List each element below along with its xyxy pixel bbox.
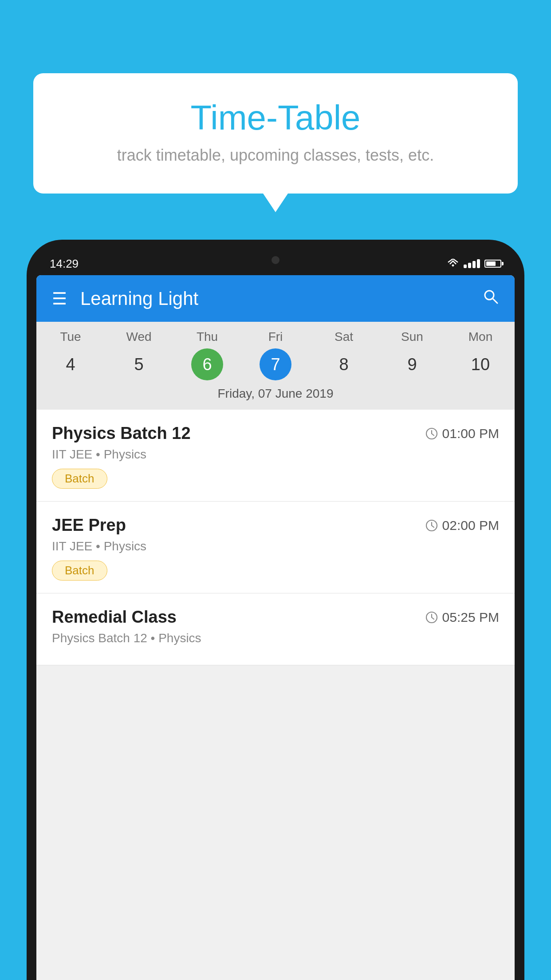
battery-icon: [484, 260, 501, 268]
day-4[interactable]: 4: [36, 348, 105, 380]
search-icon[interactable]: [482, 288, 499, 309]
schedule-item-3-time: 05:25 PM: [425, 610, 499, 625]
day-8[interactable]: 8: [310, 348, 378, 380]
selected-date-label: Friday, 07 June 2019: [36, 387, 515, 405]
status-icons: [447, 259, 501, 269]
day-10[interactable]: 10: [446, 348, 515, 380]
day-7-selected[interactable]: 7: [260, 348, 291, 380]
schedule-item-2-badge: Batch: [52, 561, 107, 581]
status-bar: 14:29: [36, 252, 515, 275]
schedule-item-1-time: 01:00 PM: [425, 426, 499, 441]
schedule-item-1-subtitle: IIT JEE • Physics: [52, 447, 499, 462]
day-header-sun: Sun: [378, 330, 446, 344]
clock-icon-3: [425, 611, 438, 624]
day-header-thu: Thu: [173, 330, 241, 344]
calendar-strip: Tue Wed Thu Fri Sat Sun Mon 4 5 6 7 8 9 …: [36, 322, 515, 410]
svg-line-4: [432, 434, 434, 435]
schedule-item-1-title: Physics Batch 12: [52, 424, 191, 443]
schedule-item-1-badge: Batch: [52, 469, 107, 489]
phone-mockup: 14:29: [27, 240, 524, 980]
camera-dot: [272, 256, 279, 264]
schedule-item-2-time: 02:00 PM: [425, 518, 499, 533]
hamburger-icon[interactable]: ☰: [52, 290, 67, 307]
phone-screen: ☰ Learning Light Tue Wed Thu Fri Sat: [36, 275, 515, 980]
day-9[interactable]: 9: [378, 348, 446, 380]
schedule-item-2-subtitle: IIT JEE • Physics: [52, 539, 499, 553]
wifi-icon: [447, 259, 459, 269]
clock-icon-2: [425, 519, 438, 532]
svg-line-7: [432, 526, 434, 527]
schedule-item-1-header: Physics Batch 12 01:00 PM: [52, 424, 499, 443]
status-time: 14:29: [50, 257, 79, 271]
day-header-mon: Mon: [446, 330, 515, 344]
speech-bubble: Time-Table track timetable, upcoming cla…: [33, 73, 518, 194]
schedule-item-2-header: JEE Prep 02:00 PM: [52, 516, 499, 535]
svg-line-10: [432, 617, 434, 619]
bubble-title: Time-Table: [60, 98, 491, 138]
signal-icon: [464, 259, 480, 268]
schedule-item-3-title: Remedial Class: [52, 608, 177, 627]
schedule-item-2[interactable]: JEE Prep 02:00 PM IIT JEE • Physics Batc…: [36, 502, 515, 593]
schedule-item-2-title: JEE Prep: [52, 516, 126, 535]
bubble-subtitle: track timetable, upcoming classes, tests…: [60, 146, 491, 165]
day-5[interactable]: 5: [105, 348, 173, 380]
schedule-list: Physics Batch 12 01:00 PM IIT JEE • Phys…: [36, 410, 515, 665]
schedule-item-3[interactable]: Remedial Class 05:25 PM Physics Batch 12…: [36, 593, 515, 665]
schedule-item-3-subtitle: Physics Batch 12 • Physics: [52, 631, 499, 645]
clock-icon-1: [425, 427, 438, 440]
day-header-fri: Fri: [241, 330, 310, 344]
day-6-today[interactable]: 6: [191, 348, 223, 380]
schedule-item-3-header: Remedial Class 05:25 PM: [52, 608, 499, 627]
day-header-tue: Tue: [36, 330, 105, 344]
day-header-sat: Sat: [310, 330, 378, 344]
app-bar-title: Learning Light: [80, 288, 469, 309]
svg-line-1: [492, 298, 497, 303]
notch: [249, 252, 302, 268]
phone-outer: 14:29: [27, 240, 524, 980]
day-numbers: 4 5 6 7 8 9 10: [36, 348, 515, 380]
app-bar: ☰ Learning Light: [36, 275, 515, 322]
schedule-item-1[interactable]: Physics Batch 12 01:00 PM IIT JEE • Phys…: [36, 410, 515, 502]
day-header-wed: Wed: [105, 330, 173, 344]
day-headers: Tue Wed Thu Fri Sat Sun Mon: [36, 330, 515, 344]
